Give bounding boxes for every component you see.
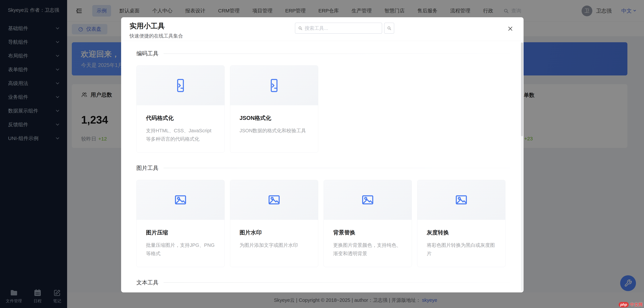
tool-desc: 更换图片背景颜色，支持纯色、渐变和透明背景 (333, 241, 402, 258)
tool-card-0-0[interactable]: 代码格式化支持HTML、CSS、JavaScript等多种语言的代码格式化 (136, 65, 224, 153)
image-icon (361, 193, 375, 207)
modal-header: 实用小工具 快速便捷的在线工具集合 (121, 17, 524, 41)
tool-icon-area (230, 65, 318, 105)
image-icon (267, 193, 281, 207)
tool-name: JSON格式化 (240, 114, 309, 122)
terminal-icon (174, 78, 188, 93)
tool-name: 灰度转换 (427, 229, 496, 236)
tool-search-input[interactable] (305, 25, 379, 31)
search-icon (387, 26, 392, 30)
section-divider (164, 168, 510, 168)
modal-subtitle: 快速便捷的在线工具集合 (130, 33, 183, 39)
tool-section-0: 编码工具代码格式化支持HTML、CSS、JavaScript等多种语言的代码格式… (136, 50, 510, 153)
section-title: 文本工具 (136, 279, 158, 286)
search-icon (298, 26, 302, 30)
modal-close-button[interactable] (505, 24, 515, 34)
tool-card-1-3[interactable]: 灰度转换将彩色图片转换为黑白或灰度图片 (417, 180, 506, 267)
tool-desc: JSON数据的格式化和校验工具 (240, 127, 309, 135)
tool-name: 代码格式化 (146, 114, 215, 122)
tool-section-2: 文本工具 (136, 279, 510, 293)
modal-body: 编码工具代码格式化支持HTML、CSS、JavaScript等多种语言的代码格式… (121, 41, 524, 293)
tool-card-0-1[interactable]: JSON格式化JSON数据的格式化和校验工具 (230, 65, 318, 153)
tool-desc: 为图片添加文字或图片水印 (240, 241, 309, 250)
terminal-icon (267, 78, 281, 93)
tool-desc: 将彩色图片转换为黑白或灰度图片 (427, 241, 496, 258)
tool-desc: 批量压缩图片，支持JPG、PNG等格式 (146, 241, 215, 258)
tools-modal: 实用小工具 快速便捷的在线工具集合 编码工具代码格式化支持HTML、CSS、Ja… (121, 17, 524, 293)
tool-card-body: 灰度转换将彩色图片转换为黑白或灰度图片 (417, 220, 505, 267)
close-icon (507, 25, 514, 32)
tool-grid: 图片压缩批量压缩图片，支持JPG、PNG等格式图片水印为图片添加文字或图片水印背… (136, 180, 510, 267)
tool-name: 图片压缩 (146, 229, 215, 236)
tool-card-body: 图片压缩批量压缩图片，支持JPG、PNG等格式 (136, 220, 224, 267)
modal-title: 实用小工具 (130, 21, 165, 31)
tool-card-1-0[interactable]: 图片压缩批量压缩图片，支持JPG、PNG等格式 (136, 180, 224, 267)
watermark-badge: php (619, 302, 629, 307)
tool-icon-area (230, 180, 318, 220)
tool-search-button[interactable] (384, 23, 394, 34)
modal-scrollbar-thumb[interactable] (521, 42, 523, 136)
tool-section-1: 图片工具图片压缩批量压缩图片，支持JPG、PNG等格式图片水印为图片添加文字或图… (136, 164, 510, 267)
tool-icon-area (136, 65, 224, 105)
tool-card-body: 背景替换更换图片背景颜色，支持纯色、渐变和透明背景 (324, 220, 412, 267)
image-icon (454, 193, 468, 207)
image-icon (174, 193, 188, 207)
tool-icon-area (324, 180, 412, 220)
tool-card-body: 代码格式化支持HTML、CSS、JavaScript等多种语言的代码格式化 (136, 105, 224, 152)
modal-scrollbar-track[interactable] (521, 42, 523, 291)
site-watermark: php 中文网 (619, 302, 643, 307)
section-divider (164, 282, 510, 283)
section-title: 编码工具 (136, 50, 158, 57)
tool-icon-area (417, 180, 505, 220)
tool-card-1-2[interactable]: 背景替换更换图片背景颜色，支持纯色、渐变和透明背景 (324, 180, 412, 267)
tool-card-body: JSON格式化JSON数据的格式化和校验工具 (230, 105, 318, 144)
tool-card-1-1[interactable]: 图片水印为图片添加文字或图片水印 (230, 180, 318, 267)
watermark-text: 中文网 (630, 302, 643, 307)
tool-card-body: 图片水印为图片添加文字或图片水印 (230, 220, 318, 259)
tool-desc: 支持HTML、CSS、JavaScript等多种语言的代码格式化 (146, 127, 215, 143)
tool-name: 图片水印 (240, 229, 309, 236)
tool-name: 背景替换 (333, 229, 402, 236)
tool-grid: 代码格式化支持HTML、CSS、JavaScript等多种语言的代码格式化JSO… (136, 65, 510, 153)
tool-search-box (295, 23, 382, 34)
section-divider (164, 53, 510, 54)
section-title: 图片工具 (136, 164, 158, 172)
tool-icon-area (136, 180, 224, 220)
